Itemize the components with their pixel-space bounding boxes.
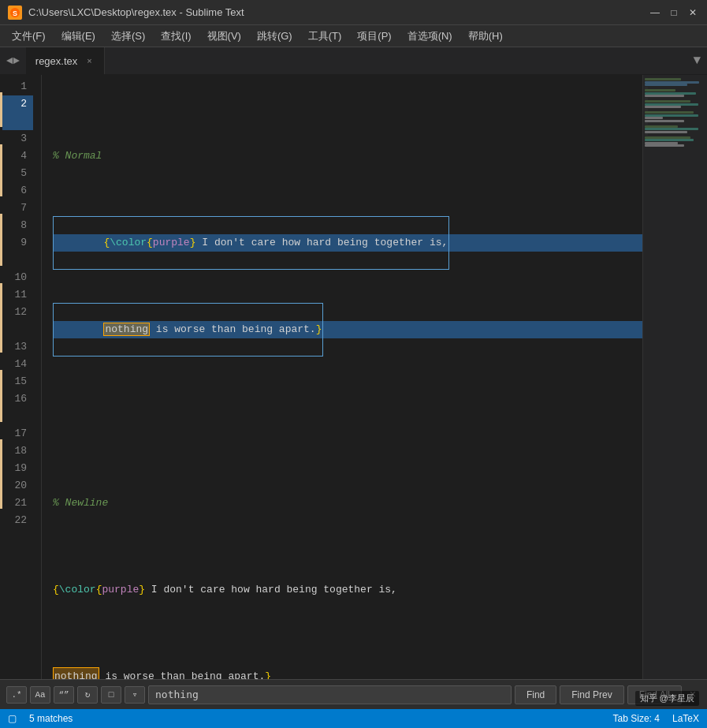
linenum-3: 3 xyxy=(2,130,33,147)
watermark: 知乎 @李星辰 xyxy=(635,691,699,706)
menu-tools[interactable]: 工具(T) xyxy=(300,27,350,46)
wholeword-option-btn[interactable]: “” xyxy=(54,686,74,704)
menu-prefs[interactable]: 首选项(N) xyxy=(400,27,460,46)
line-numbers: 1 2 3 4 5 6 7 8 9 10 11 12 13 14 15 16 1… xyxy=(2,75,42,679)
mini-line-14 xyxy=(645,122,648,125)
linenum-12: 12 xyxy=(2,304,33,321)
b5: { xyxy=(96,581,102,599)
minimize-button[interactable]: — xyxy=(649,6,661,19)
linenum-9: 9 xyxy=(2,234,33,252)
tab-label: regex.tex xyxy=(35,55,77,67)
minimap-content xyxy=(643,75,707,151)
tab-nav-arrows[interactable]: ◄► xyxy=(0,47,26,74)
menu-edit[interactable]: 编辑(E) xyxy=(54,27,103,46)
sel-box-2: {\color{purple} I don't care how hard be… xyxy=(53,216,449,270)
linenum-16: 16 xyxy=(2,390,33,408)
close-button[interactable]: ✕ xyxy=(687,6,699,19)
linenum-13: 13 xyxy=(2,338,33,356)
t6: is worse than being apart. xyxy=(99,668,266,679)
text-2b: is worse than being apart. xyxy=(150,323,316,335)
linenum-2b xyxy=(2,113,33,130)
mini-line-9b xyxy=(645,106,681,108)
menu-view[interactable]: 视图(V) xyxy=(199,27,249,46)
cmd-color-2: \color xyxy=(110,237,147,248)
language[interactable]: LaTeX xyxy=(672,713,699,724)
menu-project[interactable]: 项目(P) xyxy=(349,27,399,46)
sel-box-2b: nothing is worse than being apart.} xyxy=(53,303,323,357)
text-2: I don't care how hard being together is, xyxy=(195,237,448,248)
window-title: C:\Users\LXC\Desktop\regex.tex - Sublime… xyxy=(28,6,649,18)
menu-goto[interactable]: 跳转(G) xyxy=(249,27,300,46)
tab-bar: ◄► regex.tex × ▼ xyxy=(0,47,707,75)
menu-help[interactable]: 帮助(H) xyxy=(460,27,511,46)
file-icon: ▢ xyxy=(8,713,17,724)
t5: I don't care how hard being together is, xyxy=(145,581,397,599)
linenum-21: 21 xyxy=(2,495,33,512)
tab-dropdown-arrow[interactable]: ▼ xyxy=(687,47,707,74)
menu-bar: 文件(F) 编辑(E) 选择(S) 查找(I) 视图(V) 跳转(G) 工具(T… xyxy=(0,25,707,47)
status-bar: ▢ 5 matches Tab Size: 4 LaTeX xyxy=(0,709,707,728)
linenum-16b xyxy=(2,408,33,425)
mini-line-11 xyxy=(645,111,694,114)
find-prev-button[interactable]: Find Prev xyxy=(560,685,623,704)
window-controls: — □ ✕ xyxy=(649,6,699,19)
find-button[interactable]: Find xyxy=(515,685,556,704)
linenum-18: 18 xyxy=(2,442,33,460)
wrap-option-btn[interactable]: ↻ xyxy=(77,686,98,704)
linenum-14: 14 xyxy=(2,356,33,373)
brace-5: { xyxy=(53,581,59,599)
brace-close-2: } xyxy=(316,323,322,335)
linenum-7: 7 xyxy=(2,200,33,217)
tab-regex-tex[interactable]: regex.tex × xyxy=(26,47,105,74)
purple-2: purple xyxy=(153,237,190,248)
linenum-1: 1 xyxy=(2,78,33,95)
mini-line-17 xyxy=(645,133,648,136)
code-line-4: % Newline xyxy=(53,495,644,512)
match-count: 5 matches xyxy=(29,713,73,724)
linenum-4: 4 xyxy=(2,147,33,165)
linenum-5: 5 xyxy=(2,165,33,182)
comment-4: % Newline xyxy=(53,495,108,512)
tab-size[interactable]: Tab Size: 4 xyxy=(613,713,660,724)
code-line-5: {\color{purple} I don't care how hard be… xyxy=(53,581,644,599)
linenum-2: 2 xyxy=(2,95,33,113)
context-option-btn[interactable]: ▿ xyxy=(125,686,145,704)
mini-line-6 xyxy=(645,95,684,97)
case-option-btn[interactable]: Aa xyxy=(30,686,50,704)
tab-close-button[interactable]: × xyxy=(87,56,91,65)
linenum-9b xyxy=(2,252,33,269)
mini-line-4 xyxy=(645,89,675,91)
linenum-11: 11 xyxy=(2,286,33,304)
code-line-3 xyxy=(53,408,644,425)
mini-line-8 xyxy=(645,100,690,103)
title-bar: S C:\Users\LXC\Desktop\regex.tex - Subli… xyxy=(0,0,707,25)
mini-line-12b xyxy=(645,117,663,119)
menu-file[interactable]: 文件(F) xyxy=(4,27,54,46)
svg-text:S: S xyxy=(13,9,17,17)
p5: purple xyxy=(102,581,139,599)
mini-line-19 xyxy=(645,139,694,141)
find-input[interactable] xyxy=(148,685,512,704)
mini-line-16b xyxy=(645,131,687,133)
menu-find[interactable]: 查找(I) xyxy=(153,27,199,46)
inselection-option-btn[interactable]: □ xyxy=(101,686,121,704)
brace-open-arg-2: { xyxy=(147,237,153,248)
cmd-5: \color xyxy=(59,581,96,599)
status-right: Tab Size: 4 LaTeX xyxy=(613,713,699,724)
linenum-17: 17 xyxy=(2,425,33,442)
mini-line-2b xyxy=(645,84,687,86)
mini-line-13 xyxy=(645,120,684,122)
maximize-button[interactable]: □ xyxy=(668,6,680,19)
linenum-8: 8 xyxy=(2,217,33,234)
find-bar: .* Aa “” ↻ □ ▿ Find Find Prev Find All × xyxy=(0,679,707,709)
mini-line-21 xyxy=(645,144,684,147)
code-line-2: {\color{purple} I don't care how hard be… xyxy=(53,234,644,252)
linenum-12b xyxy=(2,321,33,338)
code-editor[interactable]: % Normal {\color{purple} I don't care ho… xyxy=(42,75,644,679)
comment-1: % Normal xyxy=(53,147,102,165)
linenum-6: 6 xyxy=(2,182,33,200)
menu-select[interactable]: 选择(S) xyxy=(103,27,153,46)
bc6: } xyxy=(265,668,271,679)
regex-option-btn[interactable]: .* xyxy=(6,686,27,704)
code-line-6: nothing is worse than being apart.} xyxy=(53,668,644,679)
